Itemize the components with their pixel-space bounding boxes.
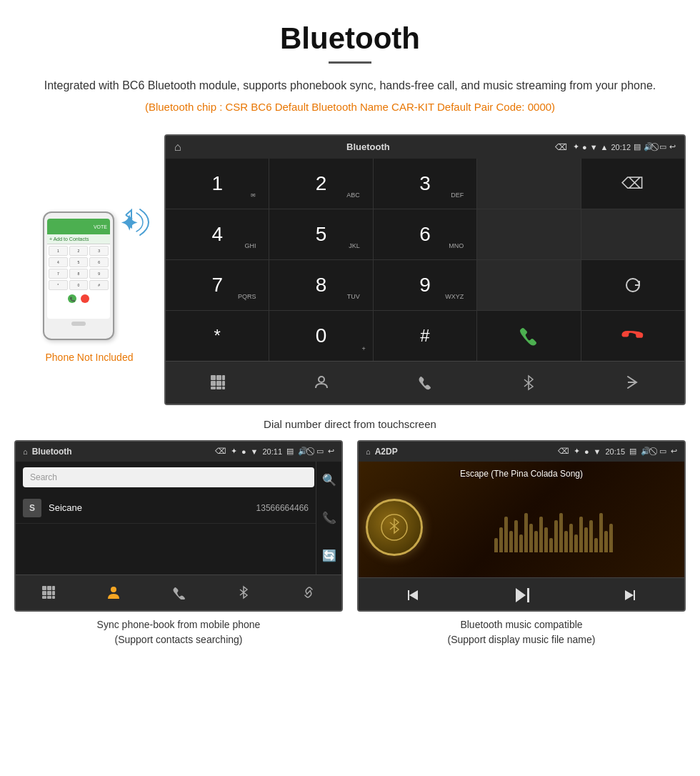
svg-rect-25 (408, 590, 409, 600)
phonebook-caption-line1: Sync phone-book from mobile phone (97, 619, 261, 630)
key-empty-4 (477, 260, 580, 310)
camera-icon: ▤ (634, 142, 641, 151)
svg-rect-2 (216, 375, 221, 380)
pb-phone-icon[interactable]: 📞 (322, 511, 336, 524)
key-5[interactable]: 5 JKL (269, 209, 372, 259)
bluetooth-signal-icon: ✦ (114, 201, 154, 244)
pb-bottom-bar (16, 574, 341, 610)
music-song-title: Escape (The Pina Colada Song) (460, 469, 583, 479)
key-8[interactable]: 8 TUV (269, 260, 372, 310)
back-icon[interactable]: ↩ (669, 142, 676, 151)
key-7[interactable]: 7 PQRS (166, 260, 269, 310)
music-caption-line1: Bluetooth music compatible (460, 619, 582, 630)
next-icon (621, 587, 639, 604)
settings-icon (624, 374, 641, 391)
key-4[interactable]: 4 GHI (166, 209, 269, 259)
music-caption: Bluetooth music compatible (Support disp… (357, 612, 686, 653)
car-screen-title: Bluetooth (187, 141, 549, 152)
key-0[interactable]: 0 + (269, 311, 372, 361)
key-backspace[interactable]: ⌫ (581, 159, 684, 209)
phone-not-included-label: Phone Not Included (46, 352, 134, 363)
pb-phone-bottom-btn[interactable] (146, 575, 211, 610)
svg-rect-6 (222, 381, 225, 386)
play-pause-icon (511, 585, 531, 605)
bluetooth-btn[interactable] (477, 362, 581, 404)
ms-back-icon[interactable]: ↩ (671, 447, 677, 456)
phone-icon (416, 374, 434, 391)
phone-area: ✦ VOTE + Add to Contacts (14, 134, 164, 405)
svg-rect-4 (211, 381, 216, 386)
car-screen: ⌂ Bluetooth ⌫ ✦ ● ▼ ▲ 20:12 ▤ 🔊 ⃠ ▭ ↩ (164, 134, 686, 405)
music-caption-line2: (Support display music file name) (448, 634, 596, 645)
prev-btn[interactable] (359, 578, 467, 612)
pb-loc-icon: ● (241, 447, 246, 456)
grid-btn[interactable] (166, 362, 269, 404)
key-call-red[interactable] (581, 311, 684, 361)
contact-number: 13566664466 (256, 503, 309, 513)
next-btn[interactable] (576, 578, 684, 612)
dial-caption: Dial number direct from touchscreen (0, 412, 700, 440)
phonebook-search-area: Search 🔍 (16, 462, 341, 493)
ms-vol-icon: 🔊 (641, 447, 651, 456)
svg-point-21 (111, 587, 116, 592)
svg-point-10 (319, 377, 324, 382)
contacts-btn[interactable] (269, 362, 373, 404)
svg-rect-27 (527, 588, 529, 602)
search-placeholder: Search (30, 472, 57, 482)
key-2[interactable]: 2 ABC (269, 159, 372, 209)
bluetooth-status-icon: ✦ (573, 142, 579, 151)
svg-marker-26 (516, 588, 526, 602)
home-icon: ⌂ (174, 141, 181, 154)
prev-icon (404, 587, 421, 604)
music-visualizer (430, 502, 677, 552)
description-text: Integrated with BC6 Bluetooth module, su… (43, 76, 657, 95)
contact-list: S Seicane 13566664466 (16, 493, 341, 524)
phone-btn[interactable] (373, 362, 476, 404)
signal-icon: ▲ (601, 143, 609, 151)
pb-grid-btn[interactable] (16, 575, 81, 610)
svg-rect-5 (216, 381, 221, 386)
phonebook-caption-line2: (Support contacts searching) (115, 634, 243, 645)
main-content: ✦ VOTE + Add to Contacts (0, 134, 700, 405)
svg-marker-28 (625, 590, 634, 600)
orange-info-text: (Bluetooth chip : CSR BC6 Default Blueto… (43, 101, 657, 113)
wifi-icon: ▼ (590, 143, 598, 151)
key-reload[interactable] (581, 260, 684, 310)
key-6[interactable]: 6 MNO (374, 209, 476, 259)
phone-home-btn (71, 322, 86, 326)
call-green-icon (517, 324, 540, 347)
music-screen: ⌂ A2DP ⌫ ✦ ● ▼ 20:15 ▤ 🔊 ⃠ ▭ ↩ Escape (T… (357, 440, 686, 612)
music-controls (359, 577, 684, 612)
pb-cam-icon: ▤ (286, 447, 294, 456)
ms-home-icon: ⌂ (366, 447, 371, 456)
pb-link-btn[interactable] (276, 575, 341, 610)
car-display-area: ⌂ Bluetooth ⌫ ✦ ● ▼ ▲ 20:12 ▤ 🔊 ⃠ ▭ ↩ (164, 134, 686, 405)
key-hash[interactable]: # (374, 311, 476, 361)
svg-rect-17 (52, 591, 55, 595)
pb-back-icon[interactable]: ↩ (328, 447, 334, 456)
phonebook-screen: ⌂ Bluetooth ⌫ ✦ ● ▼ 20:11 ▤ 🔊 ⃠ ▭ ↩ Sear… (14, 440, 343, 612)
status-icons: ✦ ● ▼ ▲ 20:12 ▤ 🔊 ⃠ ▭ ↩ (573, 142, 676, 151)
usb-icon: ⌫ (555, 142, 567, 152)
pb-refresh-icon[interactable]: 🔄 (322, 549, 336, 562)
key-1[interactable]: 1 ✉ (166, 159, 269, 209)
play-pause-btn[interactable] (467, 578, 576, 612)
search-field[interactable]: Search (23, 467, 314, 487)
phonebook-caption: Sync phone-book from mobile phone (Suppo… (14, 612, 343, 653)
svg-rect-29 (634, 590, 635, 600)
phone-green-btn[interactable]: 📞 (68, 294, 76, 303)
svg-rect-16 (47, 591, 51, 595)
pb-bt-bottom-btn[interactable] (211, 575, 276, 610)
music-status-bar: ⌂ A2DP ⌫ ✦ ● ▼ 20:15 ▤ 🔊 ⃠ ▭ ↩ (359, 442, 684, 462)
key-3[interactable]: 3 DEF (374, 159, 476, 209)
pb-search-icon[interactable]: 🔍 (322, 473, 336, 487)
phone-red-btn[interactable] (81, 294, 89, 303)
ms-loc-icon: ● (584, 447, 589, 456)
key-empty-3 (581, 209, 684, 259)
key-call-green[interactable] (477, 311, 580, 361)
key-9[interactable]: 9 WXYZ (374, 260, 476, 310)
ms-wifi-icon: ▼ (594, 447, 601, 456)
pb-user-btn[interactable] (81, 575, 146, 610)
settings-btn[interactable] (581, 362, 684, 404)
key-star[interactable]: * (166, 311, 269, 361)
